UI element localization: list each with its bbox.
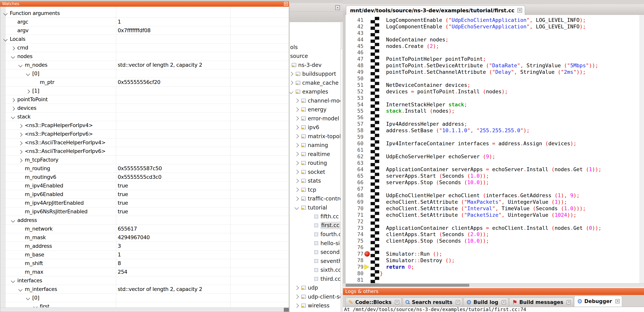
watch-row[interactable]: <ns3::AsciiTraceHelperForIpv6> xyxy=(0,147,289,156)
tree-item-tcp[interactable]: tcp xyxy=(290,185,340,194)
tree-item-routing[interactable]: routing xyxy=(290,159,340,168)
watches-column-divider[interactable] xyxy=(116,7,116,312)
code-line-63[interactable]: 63 xyxy=(343,160,640,166)
scrollbar-thumb[interactable] xyxy=(340,49,343,294)
code-area[interactable]: 41 LogComponentEnable ("UdpEchoClientApp… xyxy=(343,15,644,283)
code-line-50[interactable]: 50 xyxy=(343,75,640,82)
code-line-73[interactable]: 73 ApplicationContainer clientApps = ech… xyxy=(343,225,640,231)
line-number[interactable]: 79 xyxy=(343,264,364,270)
tree-vertical-scrollbar[interactable] xyxy=(340,22,343,312)
tree-item-hello-simul[interactable]: hello-simul xyxy=(290,239,340,248)
tree-item-first-cc[interactable]: first.cc xyxy=(290,221,340,230)
line-number[interactable]: 46 xyxy=(343,49,364,56)
chevron-right-icon[interactable] xyxy=(294,107,299,112)
watch-row[interactable]: <ns3::AsciiTraceHelperForIpv4> xyxy=(0,138,289,147)
close-icon[interactable]: × xyxy=(284,2,288,6)
watch-row[interactable]: argv0x7fffffffdf08 xyxy=(0,26,289,35)
line-number[interactable]: 56 xyxy=(343,114,364,121)
code-line-55[interactable]: 55 stack.Install (nodes); xyxy=(343,108,640,114)
chevron-down-icon[interactable] xyxy=(18,63,22,67)
tree-item-third-cc[interactable]: third.cc xyxy=(290,275,340,284)
tree-item-energy[interactable]: energy xyxy=(290,105,340,114)
watch-row[interactable]: argc1 xyxy=(0,18,289,26)
code-line-81[interactable]: 81 xyxy=(343,277,640,283)
chevron-right-icon[interactable] xyxy=(294,286,299,290)
line-number[interactable]: 80 xyxy=(343,270,364,277)
tree-item-cmake-cache[interactable]: cmake_cache xyxy=(290,78,340,87)
tree-item-sixth-cc[interactable]: sixth.cc xyxy=(290,266,340,275)
tree-item-ns-3-dev[interactable]: ns-3-dev xyxy=(290,61,340,70)
watch-row[interactable]: m_ipv6NsRsJitterEnabledtrue xyxy=(0,207,289,216)
chevron-right-icon[interactable] xyxy=(26,90,30,94)
chevron-down-icon[interactable] xyxy=(290,90,293,94)
chevron-right-icon[interactable] xyxy=(294,179,299,183)
watch-row[interactable]: Function arguments xyxy=(0,9,289,18)
line-number[interactable]: 41 xyxy=(343,17,364,23)
chevron-right-icon[interactable] xyxy=(290,72,293,76)
watch-row[interactable]: m_mask4294967040 xyxy=(0,233,289,242)
chevron-down-icon[interactable] xyxy=(11,115,15,119)
line-number[interactable]: 44 xyxy=(343,36,364,43)
watch-row[interactable]: m_ipv4Enabledtrue xyxy=(0,181,289,190)
code-line-44[interactable]: 44 NodeContainer nodes; xyxy=(343,36,640,43)
log-tab-build-log[interactable]: Build log× xyxy=(463,298,508,307)
code-line-74[interactable]: 74 clientApps.Start (Seconds (2.0)); xyxy=(343,231,640,238)
code-line-59[interactable]: 59 xyxy=(343,134,640,140)
code-line-67[interactable]: 67 xyxy=(343,186,640,192)
close-icon[interactable]: × xyxy=(335,5,340,10)
chevron-right-icon[interactable] xyxy=(294,152,299,156)
line-number[interactable]: 66 xyxy=(343,179,364,186)
line-number[interactable]: 60 xyxy=(343,140,364,147)
tree-item-stats[interactable]: stats xyxy=(290,176,340,185)
chevron-right-icon[interactable] xyxy=(294,303,299,308)
tree-item-ipv6[interactable]: ipv6 xyxy=(290,123,340,132)
tree-item-buildsupport[interactable]: buildsupport xyxy=(290,70,340,79)
code-line-45[interactable]: 45 nodes.Create (2); xyxy=(343,43,640,49)
code-line-61[interactable]: 61 xyxy=(343,147,640,153)
code-line-56[interactable]: 56 xyxy=(343,114,640,121)
chevron-right-icon[interactable] xyxy=(11,98,15,102)
tree-item-source[interactable]: source xyxy=(290,52,340,61)
tree-item-examples[interactable]: examples xyxy=(290,87,340,96)
watch-row[interactable]: m_base1 xyxy=(0,251,289,259)
code-line-78[interactable]: 78 Simulator::Destroy (); xyxy=(343,257,640,264)
code-line-54[interactable]: 54 InternetStackHelper stack; xyxy=(343,101,640,108)
line-number[interactable]: 52 xyxy=(343,88,364,95)
code-line-43[interactable]: 43 xyxy=(343,30,640,36)
chevron-down-icon[interactable] xyxy=(11,218,15,222)
line-number[interactable]: 77 xyxy=(343,251,364,257)
code-line-57[interactable]: 57 Ipv4AddressHelper address; xyxy=(343,121,640,127)
watch-row[interactable]: m_tcpFactory xyxy=(0,156,289,164)
line-number[interactable]: 50 xyxy=(343,75,364,82)
watch-row[interactable]: [1] xyxy=(0,87,289,95)
tree-item-channel-mod[interactable]: channel-mod xyxy=(290,96,340,105)
log-tab-build-messages[interactable]: Build messages× xyxy=(509,298,574,307)
line-number[interactable]: 64 xyxy=(343,166,364,173)
line-number[interactable]: 65 xyxy=(343,173,364,179)
watch-row[interactable]: m_interfacesstd::vector of length 2, cap… xyxy=(0,285,289,294)
line-number[interactable]: 49 xyxy=(343,69,364,75)
code-line-48[interactable]: 48 pointToPoint.SetDeviceAttribute ("Dat… xyxy=(343,62,640,69)
chevron-right-icon[interactable] xyxy=(294,143,299,147)
watch-row[interactable]: m_nodesstd::vector of length 2, capacity… xyxy=(0,61,289,69)
chevron-right-icon[interactable] xyxy=(290,81,293,85)
line-number[interactable]: 81 xyxy=(343,277,364,283)
chevron-down-icon[interactable] xyxy=(294,205,299,210)
log-tab-debugger[interactable]: Debugger× xyxy=(574,296,622,307)
line-number[interactable]: 62 xyxy=(343,153,364,160)
line-number[interactable]: 61 xyxy=(343,147,364,153)
chevron-down-icon[interactable] xyxy=(26,296,30,300)
line-number[interactable]: 70 xyxy=(343,205,364,212)
chevron-right-icon[interactable] xyxy=(18,158,22,162)
chevron-right-icon[interactable] xyxy=(294,116,299,121)
watch-row[interactable]: Locals xyxy=(0,35,289,43)
tree-item-udp[interactable]: udp xyxy=(290,284,340,293)
code-line-72[interactable]: 72 xyxy=(343,218,640,225)
watch-row[interactable]: m_network655617 xyxy=(0,225,289,233)
chevron-right-icon[interactable] xyxy=(18,150,22,154)
chevron-right-icon[interactable] xyxy=(294,196,299,201)
watch-row[interactable]: nodes xyxy=(0,52,289,61)
code-line-49[interactable]: 49 pointToPoint.SetChannelAttribute ("De… xyxy=(343,69,640,75)
editor-horizontal-scrollbar[interactable] xyxy=(343,283,644,287)
chevron-right-icon[interactable] xyxy=(18,133,22,137)
